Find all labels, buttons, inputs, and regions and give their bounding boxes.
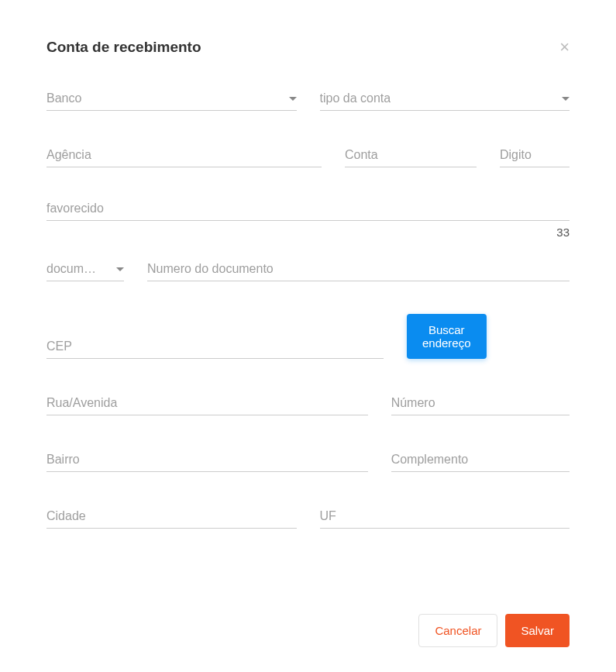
conta-input[interactable]	[345, 143, 477, 167]
banco-placeholder: Banco	[46, 91, 81, 105]
caret-down-icon	[116, 267, 124, 271]
caret-down-icon	[562, 97, 570, 101]
document-number-input[interactable]	[147, 257, 570, 281]
cancel-button[interactable]: Cancelar	[418, 614, 497, 647]
save-button[interactable]: Salvar	[505, 614, 570, 647]
favorecido-counter: 33	[46, 226, 570, 239]
numero-input[interactable]	[391, 391, 570, 415]
favorecido-input[interactable]	[46, 197, 570, 221]
cep-input[interactable]	[46, 335, 384, 359]
close-icon: ×	[559, 37, 570, 57]
tipo-conta-placeholder: tipo da conta	[320, 91, 391, 105]
bairro-input[interactable]	[46, 448, 368, 472]
cidade-input[interactable]	[46, 505, 297, 529]
tipo-conta-select[interactable]: tipo da conta	[320, 87, 570, 111]
document-type-select[interactable]: docum…	[46, 257, 124, 281]
uf-input[interactable]	[320, 505, 570, 529]
banco-select[interactable]: Banco	[46, 87, 297, 111]
close-button[interactable]: ×	[559, 39, 570, 56]
agencia-input[interactable]	[46, 143, 322, 167]
receiving-account-form: Banco tipo da conta 33	[46, 87, 570, 529]
complemento-input[interactable]	[391, 448, 570, 472]
buscar-endereco-button[interactable]: Buscar endereço	[407, 314, 487, 359]
digito-input[interactable]	[500, 143, 570, 167]
document-type-placeholder: docum…	[46, 262, 96, 276]
caret-down-icon	[289, 97, 297, 101]
modal-title: Conta de recebimento	[46, 39, 201, 56]
rua-input[interactable]	[46, 391, 368, 415]
